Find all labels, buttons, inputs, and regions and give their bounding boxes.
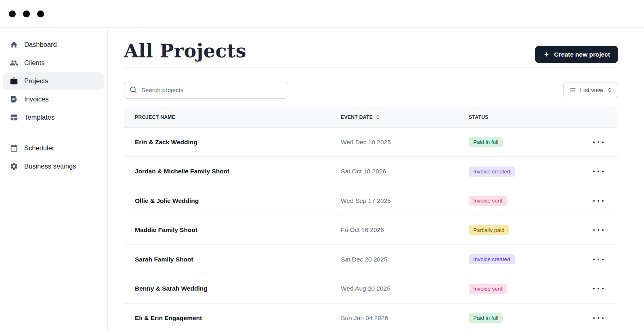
sidebar-item-dashboard[interactable]: Dashboard: [3, 36, 104, 53]
sidebar-item-scheduler[interactable]: Scheduler: [3, 139, 104, 157]
briefcase-icon: [10, 77, 18, 85]
projects-table: PROJECT NAME EVENT DATE STATUS Erin & Za…: [124, 107, 618, 331]
table-row[interactable]: Eli & Erin Engagement Sun Jan 04 2026 Pa…: [124, 303, 618, 331]
table-row[interactable]: Ollie & Jolie Wedding Wed Sep 17 2025 In…: [124, 186, 618, 215]
table-row[interactable]: Sarah Family Shoot Sat Dec 20 2025 Invoi…: [124, 245, 618, 274]
sidebar-item-label: Business settings: [24, 162, 76, 170]
event-date: Wed Dec 10 2025: [341, 139, 469, 146]
event-date: Sun Jan 04 2026: [341, 314, 469, 322]
sidebar-divider: [6, 133, 101, 133]
templates-icon: [10, 113, 18, 122]
row-menu-button[interactable]: [592, 226, 605, 234]
home-icon: [10, 40, 18, 49]
sidebar-item-business-settings[interactable]: Business settings: [3, 158, 104, 175]
main-content: All Projects Create new project List vie…: [108, 28, 644, 331]
page-title: All Projects: [124, 39, 246, 63]
list-icon: [569, 86, 576, 94]
project-name: Benny & Sarah Wedding: [124, 285, 341, 292]
event-date: Wed Aug 20 2025: [341, 285, 469, 292]
sidebar-item-projects[interactable]: Projects: [3, 72, 104, 90]
create-new-project-button[interactable]: Create new project: [535, 46, 618, 63]
column-header-project-name: PROJECT NAME: [124, 114, 341, 120]
sidebar-item-label: Templates: [24, 114, 55, 121]
users-icon: [10, 59, 18, 67]
sidebar: Dashboard Clients Projects Invoices Temp…: [0, 28, 108, 331]
row-menu-button[interactable]: [592, 167, 605, 175]
view-selector[interactable]: List view: [563, 82, 618, 98]
project-name: Eli & Erin Engagement: [124, 314, 341, 322]
sidebar-item-label: Clients: [24, 59, 44, 67]
table-row[interactable]: Benny & Sarah Wedding Wed Aug 20 2025 In…: [124, 274, 618, 303]
table-row[interactable]: Jordan & Michelle Family Shoot Sat Oct 1…: [124, 156, 618, 186]
column-header-event-date[interactable]: EVENT DATE: [341, 114, 469, 120]
project-name: Jordan & Michelle Family Shoot: [124, 168, 341, 175]
sort-chevrons-icon: [607, 87, 613, 93]
event-date: Sat Dec 20 2025: [341, 256, 469, 263]
row-menu-button[interactable]: [592, 138, 605, 146]
table-row[interactable]: Erin & Zack Wedding Wed Dec 10 2025 Paid…: [124, 127, 618, 157]
status-badge: Partially paid: [469, 225, 509, 235]
event-date: Fri Oct 16 2026: [341, 226, 469, 234]
status-badge: Paid in full: [469, 313, 503, 323]
project-name: Ollie & Jolie Wedding: [124, 197, 341, 205]
sidebar-item-clients[interactable]: Clients: [3, 54, 104, 72]
view-selector-label: List view: [580, 86, 603, 93]
search-input[interactable]: [124, 82, 288, 99]
create-button-label: Create new project: [554, 51, 610, 58]
project-name: Maddie Family Shoot: [124, 226, 341, 234]
status-badge: Invoice sent: [469, 196, 507, 206]
sidebar-item-label: Scheduler: [24, 144, 54, 152]
status-badge: Invoice created: [469, 254, 515, 264]
project-name: Erin & Zack Wedding: [124, 139, 341, 146]
column-header-status: STATUS: [469, 114, 579, 120]
calendar-icon: [10, 144, 18, 152]
table-header-row: PROJECT NAME EVENT DATE STATUS: [124, 107, 618, 127]
window-control-dot[interactable]: [23, 11, 30, 17]
sidebar-item-label: Dashboard: [24, 41, 57, 48]
sidebar-item-templates[interactable]: Templates: [3, 109, 104, 126]
invoice-icon: [10, 95, 18, 103]
status-badge: Paid in full: [469, 137, 503, 147]
gear-icon: [10, 162, 18, 171]
window-control-dot[interactable]: [9, 11, 16, 17]
project-name: Sarah Family Shoot: [124, 256, 341, 263]
row-menu-button[interactable]: [592, 285, 605, 293]
sidebar-item-label: Invoices: [24, 95, 49, 103]
status-badge: Invoice sent: [469, 284, 507, 294]
window-titlebar: [0, 0, 644, 28]
search-box: [124, 82, 288, 99]
table-row[interactable]: Maddie Family Shoot Fri Oct 16 2026 Part…: [124, 215, 618, 245]
sidebar-item-label: Projects: [24, 77, 48, 85]
search-icon: [129, 86, 137, 94]
row-menu-button[interactable]: [592, 197, 605, 205]
row-menu-button[interactable]: [592, 314, 605, 322]
event-date: Sat Oct 10 2026: [341, 168, 469, 175]
event-date: Wed Sep 17 2025: [341, 197, 469, 205]
window-control-dot[interactable]: [37, 11, 44, 17]
header-divider: [124, 67, 618, 68]
sidebar-item-invoices[interactable]: Invoices: [3, 91, 104, 108]
row-menu-button[interactable]: [592, 255, 605, 264]
sort-chevrons-icon[interactable]: [375, 114, 381, 120]
status-badge: Invoice created: [469, 167, 515, 177]
plus-icon: [543, 51, 550, 58]
